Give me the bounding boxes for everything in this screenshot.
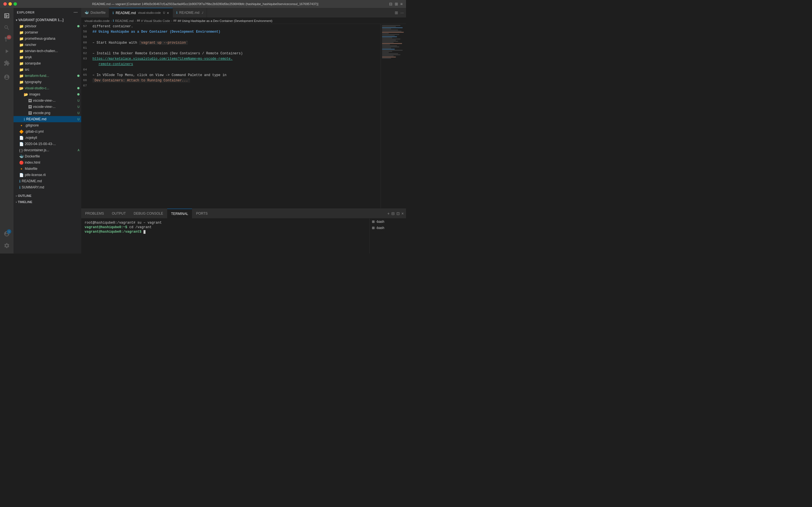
- breadcrumb-readme[interactable]: README.md: [115, 19, 133, 22]
- close-panel-icon[interactable]: ×: [402, 211, 404, 216]
- sidebar-item-visual-studio[interactable]: 📂 visual-studio-c...: [13, 85, 81, 91]
- breadcrumb-vscode-heading[interactable]: # Visual Studio Code: [141, 19, 170, 22]
- maximize-panel-icon[interactable]: ⊡: [396, 211, 400, 216]
- html-icon: 🔴: [19, 161, 24, 165]
- terminal-cursor: [144, 230, 146, 234]
- panel-tab-problems[interactable]: PROBLEMS: [81, 209, 108, 218]
- more-icon[interactable]: ≡: [400, 2, 403, 6]
- editor[interactable]: 57 different container. 58 ## Using Hash…: [81, 24, 380, 209]
- terminal-bash1[interactable]: ⊞ -bash: [370, 219, 406, 225]
- status-u: U: [78, 105, 80, 108]
- sidebar-item-prometheus-grafana[interactable]: 📁 prometheus-grafana: [13, 36, 81, 42]
- sidebar-item-readme-md[interactable]: ℹ README.md U: [13, 116, 81, 122]
- sidebar-item-sonarqube[interactable]: 📁 sonarqube: [13, 60, 81, 66]
- folder-icon: 📁: [19, 31, 24, 35]
- window-controls[interactable]: [3, 2, 17, 6]
- sidebar-item-date-file[interactable]: 📄 2020-04-15-00-43-...: [13, 141, 81, 147]
- close-button[interactable]: [3, 2, 7, 6]
- item-label: Dockerfile: [25, 154, 81, 158]
- maximize-button[interactable]: [13, 2, 17, 6]
- panel-tab-output[interactable]: OUTPUT: [108, 209, 130, 218]
- sidebar-item-index-html[interactable]: 🔴 index.html: [13, 159, 81, 166]
- item-label: portainer: [25, 31, 81, 34]
- sidebar-item-nojekyll[interactable]: 📄 .nojekyll: [13, 135, 81, 141]
- root-chevron-icon: ▾: [16, 18, 17, 22]
- minimap: [380, 24, 406, 209]
- item-label: sonarqube: [25, 61, 81, 65]
- tab-dockerfile[interactable]: 🐳 Dockerfile: [81, 8, 109, 17]
- item-label: vscode.png: [33, 111, 78, 115]
- activity-account[interactable]: 1: [1, 228, 12, 239]
- folder-icon: 📁: [19, 55, 24, 59]
- sidebar-item-dockerfile-root[interactable]: 🐳 Dockerfile: [13, 153, 81, 159]
- title-bar-icons: ⊟ ⊞ ≡: [389, 2, 403, 6]
- json-icon: { }: [19, 148, 22, 152]
- panel-tab-terminal[interactable]: TERMINAL: [167, 209, 192, 218]
- window-title: README.md — vagrant [Container 14f9d3c06…: [21, 2, 389, 6]
- folder-icon: 📁: [19, 68, 24, 72]
- activity-settings[interactable]: [1, 240, 12, 251]
- panel-icon[interactable]: ⊞: [395, 2, 398, 6]
- sidebar-item-src[interactable]: 📁 src: [13, 66, 81, 73]
- terminal-label: -bash: [376, 226, 384, 230]
- activity-remote[interactable]: [1, 71, 12, 83]
- breadcrumb-dev-container[interactable]: ## Using Hashiqube as a Dev Container (D…: [177, 19, 272, 22]
- tab-readme-vscode[interactable]: ℹ README.md visual-studio-code U ×: [109, 8, 172, 17]
- activity-bar: 61 1: [0, 8, 13, 253]
- split-terminal-icon[interactable]: ⊟: [391, 211, 395, 216]
- sidebar-item-typography[interactable]: 📁 typography: [13, 79, 81, 85]
- status-u: U: [78, 112, 80, 115]
- activity-extensions[interactable]: [1, 57, 12, 69]
- breadcrumb: visual-studio-code › ℹ README.md › ## # …: [81, 18, 406, 24]
- sidebar-item-vscode-png[interactable]: 🖼 vscode.png U: [13, 110, 81, 116]
- outline-label: OUTLINE: [18, 194, 31, 198]
- panel-tab-debug-console[interactable]: DEBUG CONSOLE: [130, 209, 167, 218]
- file-icon: 📄: [19, 142, 24, 146]
- sidebar-item-portainer[interactable]: 📁 portainer: [13, 29, 81, 36]
- timeline-section[interactable]: › TIMELINE: [13, 199, 81, 205]
- status-a: A: [78, 149, 80, 152]
- item-label: typography: [25, 80, 81, 84]
- markdown-icon: ℹ: [19, 185, 20, 189]
- sidebar-item-vscode-view2[interactable]: 🖼 vscode-view-... U: [13, 104, 81, 110]
- sidebar-item-snyk[interactable]: 📁 snyk: [13, 54, 81, 60]
- docker-icon: 🐳: [19, 154, 24, 159]
- sidebar-item-summary-md[interactable]: ℹ SUMMARY.md: [13, 184, 81, 190]
- terminal-bash2[interactable]: ⊞ -bash: [370, 225, 406, 231]
- activity-explorer[interactable]: [1, 10, 12, 21]
- panel-tab-ports[interactable]: PORTS: [192, 209, 211, 218]
- activity-source-control[interactable]: 61: [1, 34, 12, 45]
- sidebar-root-header[interactable]: ▾ VAGRANT [CONTAINER 1...]: [13, 17, 81, 23]
- more-editor-icon[interactable]: ···: [400, 10, 404, 15]
- sidebar-item-vscode-view1[interactable]: 🖼 vscode-view-... U: [13, 98, 81, 104]
- terminal-content[interactable]: root@hashiqube0:/vagrant# su – vagrant v…: [81, 219, 369, 253]
- sidebar-item-ptfe-license[interactable]: 📄 ptfe-license.rli: [13, 172, 81, 178]
- breadcrumb-vscode[interactable]: visual-studio-code: [85, 19, 110, 22]
- new-terminal-icon[interactable]: +: [388, 211, 390, 216]
- activity-search[interactable]: [1, 22, 12, 33]
- sidebar-item-images[interactable]: 📂 images: [13, 91, 81, 98]
- outline-chevron-icon: ›: [16, 194, 17, 198]
- tab-sublabel: visual-studio-code: [138, 11, 161, 14]
- sidebar-item-terraform-fund[interactable]: 📁 terraform-fund...: [13, 73, 81, 79]
- sidebar-header: EXPLORER ···: [13, 8, 81, 17]
- layout-icon[interactable]: ⊟: [389, 2, 393, 6]
- sidebar-item-gitlab-ci[interactable]: 🔶 .gitlab-ci.yml: [13, 128, 81, 135]
- item-label: prometheus-grafana: [25, 37, 81, 41]
- activity-run[interactable]: [1, 46, 12, 57]
- tab-readme-dot[interactable]: ℹ README.md ./: [173, 8, 207, 17]
- minimize-button[interactable]: [8, 2, 12, 6]
- sidebar-item-gitignore[interactable]: 🔸 .gitignore: [13, 122, 81, 128]
- outline-section[interactable]: › OUTLINE: [13, 193, 81, 199]
- split-editor-icon[interactable]: ⊞: [395, 10, 398, 15]
- sidebar-item-devcontainer[interactable]: { } devcontainer.js... A: [13, 147, 81, 153]
- sidebar-item-makefile[interactable]: 🔸 Makefile: [13, 166, 81, 172]
- sidebar-more-icon[interactable]: ···: [73, 10, 78, 15]
- main-container: 61 1 EXPLORER ··· ▾: [0, 8, 406, 253]
- sidebar-item-readme-root[interactable]: ℹ README.md: [13, 178, 81, 184]
- modified-badge: [77, 25, 80, 27]
- tab-close-icon[interactable]: ×: [167, 11, 169, 15]
- sidebar-item-rancher[interactable]: 📁 rancher: [13, 42, 81, 48]
- sidebar-item-servian[interactable]: 📁 servian-tech-challen...: [13, 48, 81, 54]
- sidebar-item-pktvisor[interactable]: 📁 pktvisor: [13, 23, 81, 29]
